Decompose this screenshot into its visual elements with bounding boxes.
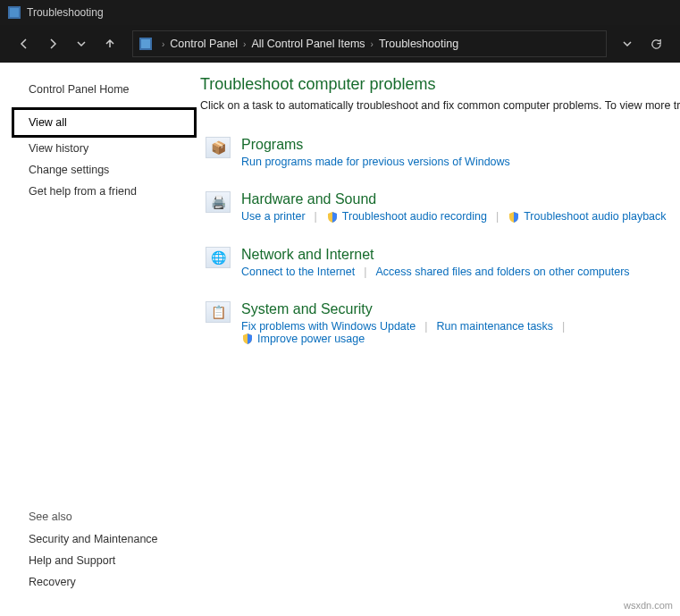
- troubleshooter-link[interactable]: Troubleshoot audio recording: [326, 210, 487, 224]
- category-system and security: 📋 System and Security Fix problems with …: [200, 301, 680, 346]
- titlebar: Troubleshooting: [0, 0, 680, 25]
- category-title[interactable]: Network and Internet: [241, 247, 680, 263]
- divider: |: [315, 210, 317, 223]
- shield-icon: [508, 211, 520, 224]
- troubleshooter-link[interactable]: Use a printer: [241, 210, 306, 223]
- category-title[interactable]: Programs: [241, 137, 680, 153]
- category-icon: 🖨️: [206, 191, 231, 213]
- sidebar-link-view-history[interactable]: View history: [25, 138, 191, 159]
- category-title[interactable]: Hardware and Sound: [241, 191, 680, 207]
- up-button[interactable]: [97, 30, 123, 57]
- watermark: wsxdn.com: [624, 600, 673, 611]
- category-icon: 📋: [206, 301, 231, 323]
- address-bar[interactable]: › Control Panel › All Control Panel Item…: [132, 30, 607, 57]
- divider: |: [496, 210, 499, 223]
- sidebar-link-change-settings[interactable]: Change settings: [25, 159, 191, 181]
- recent-dropdown-button[interactable]: [68, 30, 95, 57]
- troubleshooter-link[interactable]: Troubleshoot audio playback: [508, 210, 666, 224]
- chevron-right-icon: ›: [162, 39, 164, 49]
- shield-icon: [326, 211, 339, 224]
- sidebar-link-view-all[interactable]: View all: [25, 112, 183, 133]
- see-also-section: See also Security and Maintenance Help a…: [25, 507, 191, 607]
- category-network and internet: 🌐 Network and Internet Connect to the In…: [200, 247, 680, 278]
- troubleshooter-row: Connect to the Internet|Access shared fi…: [241, 266, 680, 278]
- divider: |: [562, 320, 565, 333]
- chevron-right-icon: ›: [243, 39, 246, 49]
- back-button[interactable]: [11, 30, 38, 57]
- divider: |: [364, 266, 366, 278]
- category-hardware and sound: 🖨️ Hardware and Sound Use a printer|Trou…: [200, 191, 680, 224]
- category-icon: 📦: [206, 137, 231, 158]
- troubleshooter-link[interactable]: Improve power usage: [241, 333, 365, 346]
- troubleshooter-link[interactable]: Access shared files and folders on other…: [375, 266, 629, 278]
- category-title[interactable]: System and Security: [241, 301, 680, 317]
- address-dropdown-button[interactable]: [614, 30, 641, 57]
- address-icon: [139, 37, 153, 51]
- main-panel: Troubleshoot computer problems Click on …: [197, 63, 680, 616]
- sidebar-link-get-help[interactable]: Get help from a friend: [25, 181, 191, 202]
- breadcrumb-item[interactable]: All Control Panel Items: [251, 38, 365, 50]
- forward-button[interactable]: [39, 30, 66, 57]
- category-programs: 📦 Programs Run programs made for previou…: [200, 137, 680, 168]
- see-also-help[interactable]: Help and Support: [25, 550, 191, 571]
- refresh-button[interactable]: [642, 30, 669, 57]
- breadcrumb-item[interactable]: Troubleshooting: [379, 38, 458, 50]
- category-icon: 🌐: [206, 247, 231, 268]
- see-also-header: See also: [25, 507, 191, 528]
- svg-rect-1: [10, 8, 19, 17]
- troubleshooter-row: Run programs made for previous versions …: [241, 156, 680, 168]
- page-subtitle: Click on a task to automatically trouble…: [200, 99, 680, 112]
- see-also-recovery[interactable]: Recovery: [25, 571, 191, 593]
- troubleshooter-row: Fix problems with Windows Update|Run mai…: [241, 320, 680, 346]
- category-list: 📦 Programs Run programs made for previou…: [200, 137, 680, 345]
- page-title: Troubleshoot computer problems: [200, 75, 680, 94]
- divider: |: [424, 320, 427, 333]
- troubleshooter-link[interactable]: Run maintenance tasks: [436, 320, 553, 333]
- breadcrumb-item[interactable]: Control Panel: [170, 38, 238, 50]
- app-icon: [7, 5, 21, 20]
- chevron-right-icon: ›: [371, 39, 374, 49]
- troubleshooter-link[interactable]: Run programs made for previous versions …: [241, 156, 510, 168]
- troubleshooter-row: Use a printer|Troubleshoot audio recordi…: [241, 210, 680, 224]
- shield-icon: [241, 333, 254, 345]
- troubleshooter-link[interactable]: Fix problems with Windows Update: [241, 320, 416, 333]
- content-area: Control Panel Home View all View history…: [0, 63, 680, 616]
- highlighted-view-all: View all: [12, 107, 197, 138]
- navbar: › Control Panel › All Control Panel Item…: [0, 25, 680, 63]
- svg-rect-3: [141, 39, 150, 48]
- sidebar: Control Panel Home View all View history…: [0, 63, 197, 616]
- control-panel-home-link[interactable]: Control Panel Home: [25, 79, 191, 100]
- see-also-security[interactable]: Security and Maintenance: [25, 528, 191, 550]
- troubleshooter-link[interactable]: Connect to the Internet: [241, 266, 355, 278]
- window-title: Troubleshooting: [27, 6, 104, 19]
